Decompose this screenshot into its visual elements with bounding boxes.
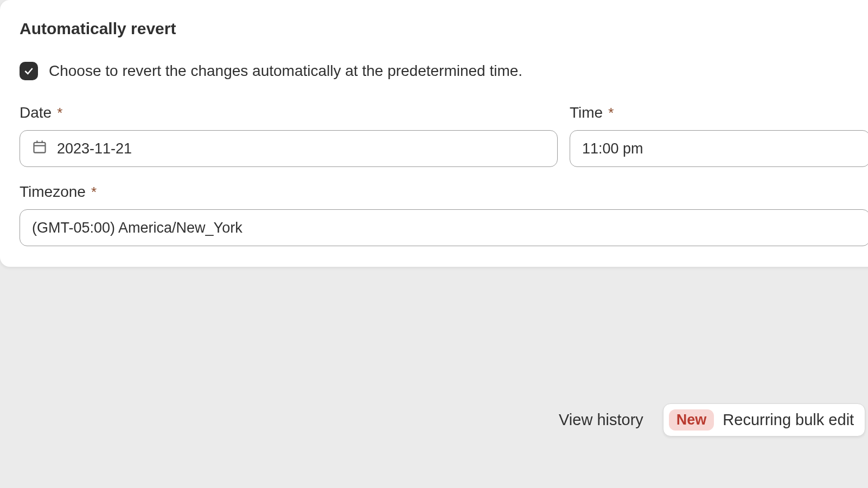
time-input[interactable]: 11:00 pm <box>570 130 868 167</box>
timezone-label: Timezone * <box>20 183 868 201</box>
timezone-value: (GMT-05:00) America/New_York <box>32 220 858 236</box>
required-mark: * <box>608 105 614 121</box>
recurring-label: Recurring bulk edit <box>723 411 854 429</box>
svg-rect-0 <box>34 142 46 152</box>
date-time-row: Date * 2023-11-21 Time * <box>20 104 868 167</box>
recurring-bulk-edit-button[interactable]: New Recurring bulk edit <box>663 403 865 436</box>
check-icon <box>23 66 34 76</box>
date-label-text: Date <box>20 104 52 121</box>
checkbox-row[interactable]: Choose to revert the changes automatical… <box>20 62 868 80</box>
view-history-link[interactable]: View history <box>559 411 643 429</box>
footer-actions: View history New Recurring bulk edit <box>559 403 865 436</box>
date-input[interactable]: 2023-11-21 <box>20 130 558 167</box>
date-field: Date * 2023-11-21 <box>20 104 558 167</box>
auto-revert-card: Automatically revert Choose to revert th… <box>0 0 868 267</box>
timezone-label-text: Timezone <box>20 183 86 201</box>
section-title: Automatically revert <box>20 20 868 38</box>
time-label: Time * <box>570 104 868 121</box>
required-mark: * <box>91 184 97 201</box>
required-mark: * <box>57 105 62 121</box>
date-value: 2023-11-21 <box>57 140 545 157</box>
auto-revert-checkbox[interactable] <box>20 62 38 80</box>
calendar-icon <box>32 139 47 158</box>
time-label-text: Time <box>570 104 603 121</box>
date-label: Date * <box>20 104 558 121</box>
time-value: 11:00 pm <box>582 140 858 157</box>
timezone-input[interactable]: (GMT-05:00) America/New_York <box>20 209 868 246</box>
new-badge: New <box>669 409 714 431</box>
time-field: Time * 11:00 pm <box>570 104 868 167</box>
checkbox-label: Choose to revert the changes automatical… <box>49 62 522 80</box>
timezone-field: Timezone * (GMT-05:00) America/New_York <box>20 183 868 246</box>
